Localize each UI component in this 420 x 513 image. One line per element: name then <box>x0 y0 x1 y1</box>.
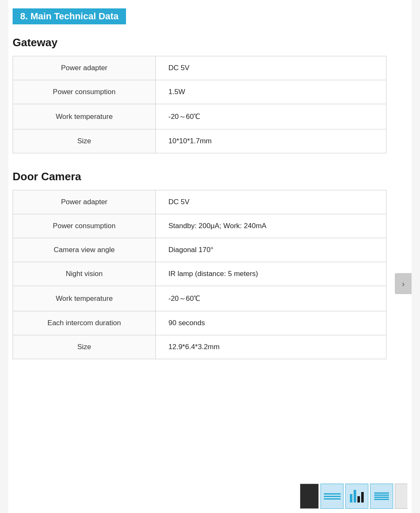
label-cell: Power consumption <box>13 214 156 238</box>
thumbnail-1[interactable] <box>300 484 319 509</box>
thumbnail-5[interactable] <box>395 484 407 509</box>
table-row: Size 12.9*6.4*3.2mm <box>13 335 386 359</box>
door-camera-section: Door Camera Power adapter DC 5V Power co… <box>13 170 403 359</box>
label-cell: Size <box>13 335 156 359</box>
label-cell: Camera view angle <box>13 238 156 262</box>
door-camera-title: Door Camera <box>13 170 403 183</box>
table-row: Each intercom duration 90 seconds <box>13 311 386 335</box>
value-cell: -20～60℃ <box>156 104 386 129</box>
thumbnail-2[interactable] <box>320 484 344 509</box>
gateway-title: Gateway <box>13 36 403 49</box>
value-cell: Diagonal 170° <box>156 238 386 262</box>
table-row: Power adapter DC 5V <box>13 56 386 80</box>
bottom-thumbnails <box>300 484 407 509</box>
next-button[interactable]: › <box>395 273 412 294</box>
table-row: Power consumption 1.5W <box>13 80 386 104</box>
value-cell: IR lamp (distance: 5 meters) <box>156 262 386 286</box>
table-row: Night vision IR lamp (distance: 5 meters… <box>13 262 386 286</box>
door-camera-table: Power adapter DC 5V Power consumption St… <box>13 190 386 359</box>
value-cell: 1.5W <box>156 80 386 104</box>
gateway-table: Power adapter DC 5V Power consumption 1.… <box>13 56 386 153</box>
label-cell: Work temperature <box>13 104 156 129</box>
label-cell: Each intercom duration <box>13 311 156 335</box>
thumbnail-3[interactable] <box>345 484 368 509</box>
label-cell: Power adapter <box>13 56 156 80</box>
gateway-section: Gateway Power adapter DC 5V Power consum… <box>13 36 403 153</box>
table-row: Work temperature -20～60℃ <box>13 286 386 311</box>
table-row: Power consumption Standby: 200μA; Work: … <box>13 214 386 238</box>
label-cell: Work temperature <box>13 286 156 311</box>
label-cell: Size <box>13 129 156 153</box>
table-row: Power adapter DC 5V <box>13 190 386 214</box>
label-cell: Power consumption <box>13 80 156 104</box>
table-row: Work temperature -20～60℃ <box>13 104 386 129</box>
page-container: 8. Main Technical Data Gateway Power ada… <box>8 0 412 513</box>
value-cell: DC 5V <box>156 56 386 80</box>
label-cell: Night vision <box>13 262 156 286</box>
value-cell: 90 seconds <box>156 311 386 335</box>
table-row: Size 10*10*1.7mm <box>13 129 386 153</box>
table-row: Camera view angle Diagonal 170° <box>13 238 386 262</box>
value-cell: DC 5V <box>156 190 386 214</box>
label-cell: Power adapter <box>13 190 156 214</box>
section-title: 8. Main Technical Data <box>13 8 126 24</box>
value-cell: 12.9*6.4*3.2mm <box>156 335 386 359</box>
section-title-header: 8. Main Technical Data <box>13 8 403 24</box>
value-cell: -20～60℃ <box>156 286 386 311</box>
value-cell: Standby: 200μA; Work: 240mA <box>156 214 386 238</box>
thumbnail-4[interactable] <box>370 484 393 509</box>
value-cell: 10*10*1.7mm <box>156 129 386 153</box>
